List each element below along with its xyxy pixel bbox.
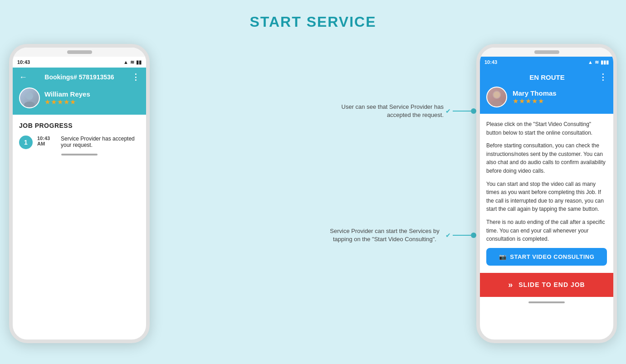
left-status-bar: 10:43 ▲ ≋ ▮▮ — [13, 57, 146, 68]
right-para-4: There is no auto ending of the call afte… — [486, 218, 607, 243]
step-time-unit: AM — [37, 141, 54, 146]
right-phone-bottom: » SLIDE TO END JOB — [480, 273, 613, 306]
progress-step-1: 1 10:43 AM Service Provider has accepted… — [19, 136, 140, 149]
right-para-3: You can start and stop the video call as… — [486, 180, 607, 214]
left-home-bar — [13, 149, 146, 158]
right-user-row: Mary Thomas ★★★★★ — [486, 87, 607, 107]
right-status-time: 10:43 — [484, 59, 497, 65]
right-user-name: Mary Thomas — [513, 89, 557, 97]
right-phone-header: EN ROUTE ⋮ Mary Thomas ★★★★★ — [480, 68, 613, 114]
step-description: Service Provider has accepted your reque… — [61, 136, 140, 148]
right-battery-icon: ▮▮▮ — [601, 59, 609, 65]
left-wifi-icon: ≋ — [130, 59, 134, 65]
annotation-bottom-row: Service Provider can start the Services … — [150, 227, 476, 243]
phone-right: 10:43 ▲ ≋ ▮▮▮ EN ROUTE ⋮ — [476, 44, 617, 343]
right-para-2: Before starting consultation, you can ch… — [486, 141, 607, 175]
left-user-avatar — [19, 87, 40, 108]
left-user-stars: ★★★★★ — [44, 98, 90, 106]
right-wifi-icon: ≋ — [595, 59, 599, 65]
start-video-consulting-button[interactable]: 📷 START VIDEO CONSULTING — [486, 248, 607, 266]
right-signal-icon: ▲ — [588, 59, 593, 65]
step-time-block: 10:43 AM — [37, 136, 54, 146]
annotation-top-row: User can see that Service Provider has a… — [150, 103, 476, 119]
start-video-btn-label: START VIDEO CONSULTING — [510, 253, 594, 260]
left-phone-header: ← Bookings# 5781913536 ⋮ — [13, 68, 146, 87]
check-icon-top: ✔ — [445, 107, 451, 115]
middle-annotation-area: User can see that Service Provider has a… — [150, 44, 476, 343]
check-icon-bottom: ✔ — [445, 232, 451, 239]
right-more-options-icon[interactable]: ⋮ — [599, 72, 607, 82]
phone-left: 10:43 ▲ ≋ ▮▮ ← Bookings# 5781913536 ⋮ — [9, 44, 150, 343]
svg-point-3 — [491, 101, 503, 106]
left-battery-icon: ▮▮ — [136, 59, 142, 65]
right-header-title-row: EN ROUTE ⋮ — [486, 72, 607, 82]
job-progress-title: JOB PROGRESS — [19, 122, 140, 129]
page-title: START SERVICE — [249, 14, 376, 30]
annotation-bottom-dot — [471, 233, 476, 238]
right-user-info: Mary Thomas ★★★★★ — [513, 89, 557, 105]
left-status-time: 10:43 — [17, 59, 30, 65]
left-user-name: William Reyes — [44, 90, 90, 98]
left-signal-icon: ▲ — [123, 59, 128, 65]
annotation-top-text: User can see that Service Provider has a… — [335, 103, 444, 119]
right-phone-content: Please click on the "Start Video Consult… — [480, 114, 613, 268]
right-user-stars: ★★★★★ — [513, 97, 557, 105]
slide-to-end-job-button[interactable]: » SLIDE TO END JOB — [480, 273, 613, 297]
job-progress-section: JOB PROGRESS 1 10:43 AM Service Provider… — [13, 115, 146, 149]
step-time: 10:43 — [37, 136, 54, 141]
video-camera-icon: 📷 — [499, 253, 507, 260]
phones-container: 10:43 ▲ ≋ ▮▮ ← Bookings# 5781913536 ⋮ — [9, 44, 617, 343]
slide-end-label: SLIDE TO END JOB — [518, 281, 585, 288]
right-user-avatar — [486, 87, 507, 107]
svg-point-4 — [494, 92, 500, 98]
left-more-options-icon[interactable]: ⋮ — [132, 72, 140, 82]
annotation-top-dot — [471, 108, 476, 114]
right-para-1: Please click on the "Start Video Consult… — [486, 120, 607, 137]
right-header-title: EN ROUTE — [495, 73, 599, 81]
annotation-bottom-line — [453, 235, 471, 236]
svg-point-1 — [24, 102, 35, 107]
annotation-top-line — [453, 111, 471, 112]
annotation-bottom-text: Service Provider can start the Services … — [326, 227, 444, 243]
right-home-bar — [480, 297, 613, 306]
right-status-icons: ▲ ≋ ▮▮▮ — [588, 59, 609, 65]
svg-point-0 — [26, 92, 33, 100]
back-icon[interactable]: ← — [19, 73, 27, 82]
left-user-row: William Reyes ★★★★★ — [13, 87, 146, 115]
left-booking-title: Bookings# 5781913536 — [32, 73, 127, 81]
left-user-info: William Reyes ★★★★★ — [44, 90, 90, 106]
left-status-icons: ▲ ≋ ▮▮ — [123, 59, 142, 65]
right-status-bar: 10:43 ▲ ≋ ▮▮▮ — [480, 57, 613, 68]
step-circle-1: 1 — [19, 136, 33, 149]
slide-chevrons-icon: » — [508, 280, 513, 290]
